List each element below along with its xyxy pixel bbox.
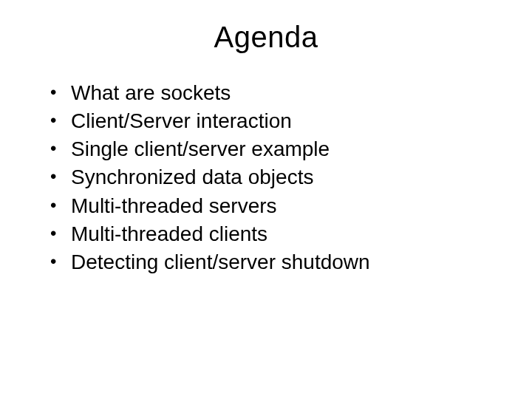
list-item: • Detecting client/server shutdown xyxy=(50,250,488,275)
bullet-icon: • xyxy=(50,165,71,188)
list-item: • Client/Server interaction xyxy=(50,109,488,134)
bullet-list: • What are sockets • Client/Server inter… xyxy=(44,81,488,278)
bullet-icon: • xyxy=(50,81,71,104)
slide-title: Agenda xyxy=(44,21,488,54)
list-item-text: Synchronized data objects xyxy=(71,165,488,190)
list-item-text: What are sockets xyxy=(71,81,488,106)
list-item: • What are sockets xyxy=(50,81,488,106)
list-item: • Single client/server example xyxy=(50,137,488,162)
list-item-text: Multi-threaded servers xyxy=(71,194,488,219)
bullet-icon: • xyxy=(50,222,71,245)
list-item-text: Client/Server interaction xyxy=(71,109,488,134)
list-item-text: Multi-threaded clients xyxy=(71,222,488,247)
bullet-icon: • xyxy=(50,194,71,217)
list-item-text: Single client/server example xyxy=(71,137,488,162)
bullet-icon: • xyxy=(50,250,71,273)
bullet-icon: • xyxy=(50,109,71,132)
slide: Agenda • What are sockets • Client/Serve… xyxy=(0,0,532,399)
list-item: • Multi-threaded clients xyxy=(50,222,488,247)
list-item-text: Detecting client/server shutdown xyxy=(71,250,488,275)
list-item: • Synchronized data objects xyxy=(50,165,488,190)
bullet-icon: • xyxy=(50,137,71,160)
list-item: • Multi-threaded servers xyxy=(50,194,488,219)
